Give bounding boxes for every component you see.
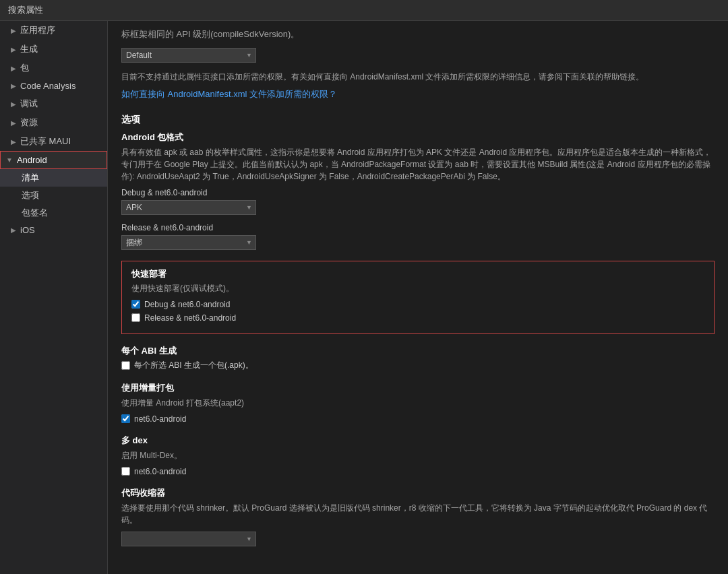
multi-dex-title: 多 dex <box>121 435 715 447</box>
fast-deploy-debug-label: Debug & net6.0-android <box>144 300 230 309</box>
notice-text: 目前不支持通过此属性页接口添加所需的权限。有关如何直接向 AndroidMani… <box>121 71 715 83</box>
sidebar-sub-options-label: 选项 <box>22 190 39 200</box>
fast-deploy-release-checkbox[interactable] <box>131 313 140 322</box>
sidebar-sub-manifest-label: 清单 <box>22 172 39 183</box>
code-shrink-dropdown-wrapper[interactable]: ProGuard r8 <box>121 532 256 546</box>
fast-deploy-desc: 使用快速部署(仅调试模式)。 <box>131 283 704 294</box>
multi-dex-checkbox-row: net6.0-android <box>121 467 715 476</box>
fast-deploy-release-label: Release & net6.0-android <box>144 313 236 323</box>
incremental-checkbox-label: net6.0-android <box>134 414 186 424</box>
content-area: 标框架相同的 API 级别(compileSdkVersion)。 Defaul… <box>108 21 728 574</box>
arrow-icon: ▶ <box>11 46 16 53</box>
incremental-checkbox[interactable] <box>121 414 130 423</box>
default-dropdown-container: Default <box>121 48 715 63</box>
top-bar-label: 搜索属性 <box>8 5 43 15</box>
fast-deploy-debug-checkbox[interactable] <box>131 300 140 309</box>
sidebar-item-app-label: 应用程序 <box>20 24 55 36</box>
incremental-title: 使用增量打包 <box>121 382 715 394</box>
sidebar-item-debug[interactable]: ▶ 调试 <box>0 94 107 113</box>
sidebar-item-resources-label: 资源 <box>20 117 38 129</box>
incremental-desc: 使用增量 Android 打包系统(aapt2) <box>121 397 715 409</box>
sidebar-sub-item-signing[interactable]: 包签名 <box>0 204 107 222</box>
sidebar-item-resources[interactable]: ▶ 资源 <box>0 113 107 132</box>
per-abi-checkbox-label: 每个所选 ABI 生成一个包(.apk)。 <box>134 360 253 371</box>
sidebar-item-app[interactable]: ▶ 应用程序 <box>0 21 107 40</box>
arrow-icon: ▶ <box>11 119 16 127</box>
sidebar: ▶ 应用程序 ▶ 生成 ▶ 包 ▶ Code Analysis ▶ 调试 ▶ 资… <box>0 21 108 574</box>
arrow-icon: ▶ <box>11 138 16 146</box>
sidebar-item-code-analysis[interactable]: ▶ Code Analysis <box>0 77 107 94</box>
code-shrink-title: 代码收缩器 <box>121 487 715 499</box>
debug-package-dropdown[interactable]: APK AAB <box>121 200 256 215</box>
default-dropdown[interactable]: Default <box>121 48 256 63</box>
sidebar-item-package-label: 包 <box>20 62 29 74</box>
release-dropdown-wrapper[interactable]: 捆绑 APK <box>121 235 256 250</box>
multi-dex-checkbox[interactable] <box>121 467 130 476</box>
fast-deploy-section: 快速部署 使用快速部署(仅调试模式)。 Debug & net6.0-andro… <box>121 261 715 334</box>
options-section-header: 选项 <box>121 114 715 126</box>
default-dropdown-wrapper[interactable]: Default <box>121 48 256 63</box>
sidebar-sub-signing-label: 包签名 <box>22 208 48 218</box>
top-bar: 搜索属性 <box>0 0 728 21</box>
per-abi-checkbox[interactable] <box>121 361 130 370</box>
multi-dex-checkbox-label: net6.0-android <box>134 467 186 476</box>
arrow-icon: ▶ <box>11 65 16 72</box>
sidebar-item-ios-label: iOS <box>20 225 35 235</box>
top-description: 标框架相同的 API 级别(compileSdkVersion)。 <box>121 21 715 41</box>
sidebar-item-build-label: 生成 <box>20 43 38 55</box>
sidebar-item-package[interactable]: ▶ 包 <box>0 59 107 77</box>
fast-deploy-title: 快速部署 <box>131 268 704 280</box>
code-shrink-dropdown[interactable]: ProGuard r8 <box>121 532 256 546</box>
multi-dex-desc: 启用 Multi-Dex。 <box>121 449 715 461</box>
incremental-section: 使用增量打包 使用增量 Android 打包系统(aapt2) net6.0-a… <box>121 382 715 424</box>
sidebar-item-debug-label: 调试 <box>20 98 38 110</box>
sidebar-item-maui[interactable]: ▶ 已共享 MAUI <box>0 132 107 151</box>
arrow-icon: ▶ <box>11 226 16 234</box>
incremental-checkbox-row: net6.0-android <box>121 414 715 424</box>
sidebar-item-code-analysis-label: Code Analysis <box>20 81 75 91</box>
per-abi-section: 每个 ABI 生成 每个所选 ABI 生成一个包(.apk)。 <box>121 345 715 371</box>
manifest-link[interactable]: 如何直接向 AndroidManifest.xml 文件添加所需的权限？ <box>121 89 337 99</box>
per-abi-checkbox-row: 每个所选 ABI 生成一个包(.apk)。 <box>121 360 715 371</box>
sidebar-item-build[interactable]: ▶ 生成 <box>0 40 107 59</box>
sidebar-sub-item-options[interactable]: 选项 <box>0 187 107 204</box>
code-shrink-section: 代码收缩器 选择要使用那个代码 shrinker。默认 ProGuard 选择被… <box>121 487 715 546</box>
android-package-desc: 具有有效值 apk 或 aab 的枚举样式属性，这指示你是想要将 Android… <box>121 146 715 183</box>
arrow-icon: ▶ <box>11 100 16 108</box>
debug-dropdown-container: Debug & net6.0-android APK AAB <box>121 188 715 215</box>
arrow-icon: ▶ <box>11 27 16 34</box>
arrow-icon: ▼ <box>6 156 13 164</box>
multi-dex-section: 多 dex 启用 Multi-Dex。 net6.0-android <box>121 435 715 476</box>
debug-label: Debug & net6.0-android <box>121 188 715 197</box>
fast-deploy-debug-row: Debug & net6.0-android <box>131 300 704 309</box>
android-package-title: Android 包格式 <box>121 131 715 144</box>
release-label: Release & net6.0-android <box>121 223 715 232</box>
arrow-icon: ▶ <box>11 82 16 90</box>
debug-dropdown-wrapper[interactable]: APK AAB <box>121 200 256 215</box>
per-abi-title: 每个 ABI 生成 <box>121 345 715 357</box>
sidebar-item-android-label: Android <box>17 155 47 165</box>
sidebar-item-android[interactable]: ▼ Android <box>0 151 107 169</box>
android-package-section: Android 包格式 具有有效值 apk 或 aab 的枚举样式属性，这指示你… <box>121 131 715 250</box>
sidebar-sub-item-manifest[interactable]: 清单 <box>0 169 107 187</box>
code-shrink-desc: 选择要使用那个代码 shrinker。默认 ProGuard 选择被认为是旧版代… <box>121 502 715 526</box>
release-dropdown-container: Release & net6.0-android 捆绑 APK <box>121 223 715 250</box>
fast-deploy-release-row: Release & net6.0-android <box>131 313 704 323</box>
release-package-dropdown[interactable]: 捆绑 APK <box>121 235 256 250</box>
sidebar-item-ios[interactable]: ▶ iOS <box>0 222 107 238</box>
sidebar-item-maui-label: 已共享 MAUI <box>20 135 71 148</box>
